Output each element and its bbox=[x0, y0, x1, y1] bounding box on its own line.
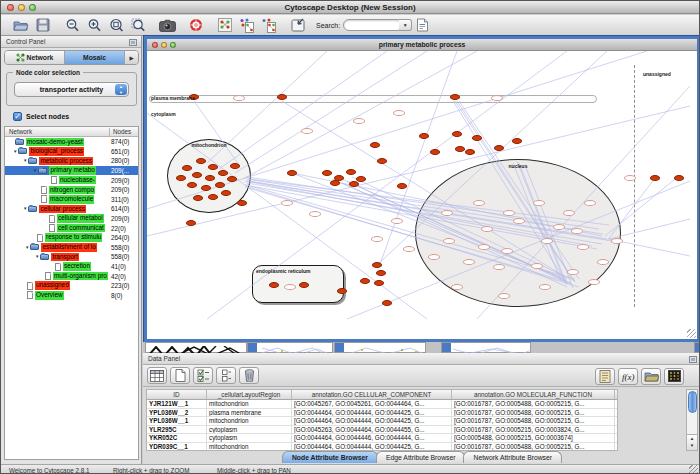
network-node-selected[interactable] bbox=[374, 280, 384, 286]
network-node-selected[interactable] bbox=[176, 175, 186, 181]
network-node-selected[interactable] bbox=[299, 282, 309, 288]
network-node[interactable] bbox=[491, 95, 503, 101]
table-cell[interactable]: YPL036W__1 bbox=[147, 417, 207, 425]
network-node[interactable] bbox=[371, 236, 383, 242]
table-cell[interactable]: YPL036W__2 bbox=[147, 409, 207, 417]
network-node-selected[interactable] bbox=[205, 175, 215, 181]
table-cell[interactable]: YJR121W__1 bbox=[147, 400, 207, 408]
network-edge[interactable] bbox=[194, 101, 239, 165]
tab-network[interactable]: Network bbox=[5, 51, 65, 64]
network-node[interactable] bbox=[553, 224, 565, 230]
table-cell[interactable]: [GO:0016787, GO:0005488, GO:0005215, G..… bbox=[452, 417, 615, 425]
zoom-window-button[interactable] bbox=[29, 4, 36, 11]
network-node-selected[interactable] bbox=[494, 145, 504, 151]
tree-row[interactable]: ▼transport558(0) bbox=[5, 252, 138, 262]
create-attribute-icon[interactable] bbox=[170, 367, 190, 384]
network-node-selected[interactable] bbox=[377, 158, 387, 164]
network-node-selected[interactable] bbox=[196, 158, 206, 164]
table-cell[interactable]: [GO:0005488, GO:0005215, GO:0003674] bbox=[452, 434, 615, 442]
zoom-fit-icon[interactable] bbox=[106, 16, 126, 35]
network-node-selected[interactable] bbox=[419, 133, 429, 139]
network-node-selected[interactable] bbox=[208, 194, 218, 200]
table-cell[interactable]: YLR295C bbox=[147, 426, 207, 434]
network-edge[interactable] bbox=[247, 183, 602, 244]
table-row[interactable]: YDR039C__1mitochondrion[GO:0044464, GO:0… bbox=[147, 443, 617, 451]
network-node[interactable] bbox=[577, 244, 589, 250]
network-node[interactable] bbox=[391, 218, 403, 224]
network-node-selected[interactable] bbox=[230, 163, 240, 169]
network-view-icon[interactable] bbox=[215, 16, 235, 35]
background-window-fragment[interactable] bbox=[145, 342, 247, 353]
search-dropdown-arrow[interactable]: ▼ bbox=[399, 19, 412, 31]
network-node[interactable] bbox=[563, 210, 575, 216]
network-node-selected[interactable] bbox=[186, 220, 196, 226]
table-cell[interactable]: YKR052C bbox=[147, 434, 207, 442]
tab-node-attribute-browser[interactable]: Node Attribute Browser bbox=[282, 451, 378, 463]
network-node-selected[interactable] bbox=[674, 175, 684, 181]
table-row[interactable]: YJR121W__1mitochondrion[GO:0045267, GO:0… bbox=[147, 400, 617, 409]
network-node-selected[interactable] bbox=[322, 170, 332, 176]
table-cell[interactable]: mitochondrion bbox=[207, 443, 292, 451]
select-nodes-checkbox[interactable]: ✓ bbox=[13, 112, 22, 121]
tree-row[interactable]: ▼biological_process651(0) bbox=[5, 147, 138, 157]
expand-arrow-icon[interactable]: ▼ bbox=[23, 206, 27, 211]
network-node[interactable] bbox=[584, 200, 596, 206]
search-input[interactable] bbox=[343, 19, 403, 31]
tab-edge-attribute-browser[interactable]: Edge Attribute Browser bbox=[376, 451, 466, 463]
network-node[interactable] bbox=[539, 284, 551, 290]
network-node-selected[interactable] bbox=[287, 170, 297, 176]
view-minimize-button[interactable] bbox=[161, 42, 167, 48]
network-node-selected[interactable] bbox=[277, 94, 287, 100]
save-session-icon[interactable] bbox=[33, 16, 53, 35]
table-cell[interactable]: [GO:0044464, GO:0044444, GO:0044425, G..… bbox=[292, 417, 452, 425]
network-node[interactable] bbox=[533, 200, 545, 206]
network-node-selected[interactable] bbox=[337, 288, 347, 294]
network-node[interactable] bbox=[301, 128, 313, 134]
expand-arrow-icon[interactable]: ▼ bbox=[35, 254, 39, 259]
table-cell[interactable]: mitochondrion bbox=[207, 417, 292, 425]
select-attributes-icon[interactable] bbox=[193, 367, 213, 384]
network-node-selected[interactable] bbox=[397, 183, 407, 189]
open-session-icon[interactable] bbox=[11, 16, 31, 35]
tree-row[interactable]: ▼cellular process614(0) bbox=[5, 204, 138, 214]
search-options-icon[interactable] bbox=[412, 16, 432, 35]
tab-network-attribute-browser[interactable]: Network Attribute Browser bbox=[463, 451, 562, 463]
network-edge[interactable] bbox=[249, 181, 607, 239]
table-cell[interactable]: [GO:0016787, GO:0005488, GO:0005215, G..… bbox=[452, 409, 615, 417]
network-node[interactable] bbox=[463, 259, 475, 265]
network-node-selected[interactable] bbox=[192, 172, 202, 178]
network-node-selected[interactable] bbox=[465, 149, 475, 155]
unselect-attributes-icon[interactable] bbox=[216, 367, 236, 384]
network-node[interactable] bbox=[233, 95, 245, 101]
network-node[interactable] bbox=[428, 254, 440, 260]
tree-row[interactable]: Overview8(0) bbox=[5, 291, 138, 301]
network-node-selected[interactable] bbox=[215, 182, 225, 188]
view-zoom-button[interactable] bbox=[170, 42, 176, 48]
view-resize-grip[interactable] bbox=[687, 329, 696, 338]
zoom-in-icon[interactable] bbox=[84, 16, 104, 35]
table-cell[interactable]: [GO:0016787, GO:0005488, GO:0005215, G..… bbox=[452, 400, 615, 408]
network-node-selected[interactable] bbox=[182, 165, 192, 171]
table-scrollbar[interactable]: ▲▼ bbox=[686, 389, 698, 451]
network-node-selected[interactable] bbox=[269, 282, 279, 288]
table-cell[interactable]: cytoplasm bbox=[207, 434, 292, 442]
network-node[interactable] bbox=[441, 210, 453, 216]
expand-arrow-icon[interactable]: ▼ bbox=[33, 168, 37, 173]
tree-row[interactable]: macromolecule311(0) bbox=[5, 195, 138, 205]
snapshot-icon[interactable] bbox=[157, 16, 177, 35]
scrollbar-thumb[interactable] bbox=[688, 391, 697, 413]
network-node-selected[interactable] bbox=[349, 181, 359, 187]
tree-row[interactable]: ▼metabolic process280(0) bbox=[5, 156, 138, 166]
scrollbar-arrows[interactable]: ▲▼ bbox=[687, 434, 697, 450]
copy-view-style-icon[interactable] bbox=[237, 16, 257, 35]
tree-row[interactable]: cell communicat22(0) bbox=[5, 223, 138, 233]
network-node[interactable] bbox=[624, 175, 636, 181]
network-node[interactable] bbox=[451, 284, 463, 290]
background-window-fragment[interactable] bbox=[334, 342, 426, 353]
network-node-selected[interactable] bbox=[512, 138, 522, 144]
tree-row[interactable]: nucleobase-209(0) bbox=[5, 175, 138, 185]
network-node-selected[interactable] bbox=[382, 300, 392, 306]
tree-row[interactable]: unassigned223(0) bbox=[5, 281, 138, 291]
column-header-region[interactable]: _cellularLayoutRegion bbox=[207, 390, 292, 399]
network-canvas[interactable]: plasma membrane cytoplasm mitochondrion … bbox=[147, 51, 697, 339]
